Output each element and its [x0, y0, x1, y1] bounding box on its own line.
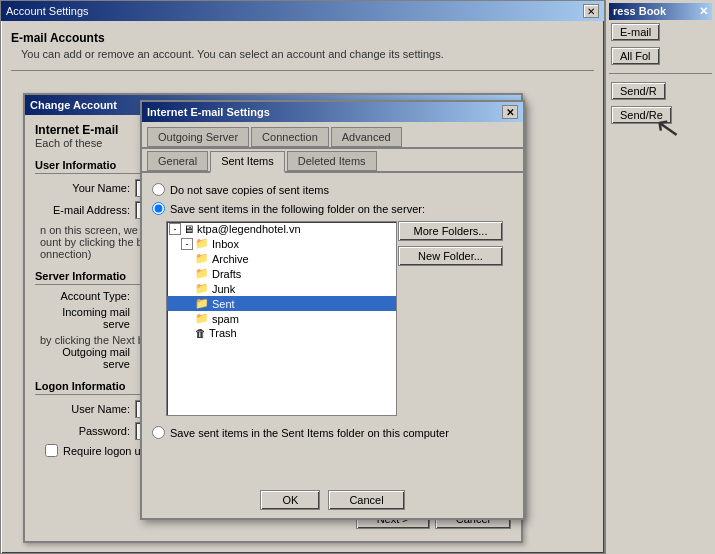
dialog-close-btn[interactable]: ✕: [502, 105, 518, 119]
tree-item-spam[interactable]: 📁 spam: [167, 311, 396, 326]
your-name-label: Your Name:: [35, 182, 135, 194]
tree-drafts-label: Drafts: [212, 268, 241, 280]
spam-icon: 📁: [195, 312, 209, 325]
address-book-title: ress Book: [613, 5, 666, 18]
tab-sent-items[interactable]: Sent Items: [210, 151, 285, 173]
account-settings-close-btn[interactable]: ✕: [583, 4, 599, 18]
tree-action-buttons: More Folders... New Folder...: [398, 221, 503, 266]
send-receive-button[interactable]: Send/R: [611, 82, 666, 100]
all-folders-button[interactable]: All Fol: [611, 47, 660, 65]
dialog-cancel-button[interactable]: Cancel: [328, 490, 404, 510]
account-settings-title-bar: Account Settings ✕: [1, 1, 604, 21]
expander-root[interactable]: -: [169, 223, 181, 235]
tree-item-drafts[interactable]: 📁 Drafts: [167, 266, 396, 281]
junk-icon: 📁: [195, 282, 209, 295]
tab-advanced[interactable]: Advanced: [331, 127, 402, 147]
tree-archive-label: Archive: [212, 253, 249, 265]
radio-do-not-save-label: Do not save copies of sent items: [170, 184, 329, 196]
dialog-title: Internet E-mail Settings: [147, 106, 270, 118]
sent-items-tab-content: Do not save copies of sent items Save se…: [142, 173, 523, 455]
folder-tree[interactable]: - 🖥 ktpa@legendhotel.vn - 📁 Inbox 📁 Arch…: [166, 221, 397, 416]
tab-deleted-items[interactable]: Deleted Items: [287, 151, 377, 171]
tree-item-root[interactable]: - 🖥 ktpa@legendhotel.vn: [167, 222, 396, 236]
dialog-title-bar: Internet E-mail Settings ✕: [142, 102, 523, 122]
more-folders-button[interactable]: More Folders...: [398, 221, 503, 241]
drafts-icon: 📁: [195, 267, 209, 280]
inbox-icon: 📁: [195, 237, 209, 250]
incoming-label: Incoming mail serve: [35, 306, 135, 330]
tab-connection[interactable]: Connection: [251, 127, 329, 147]
email-settings-dialog: Internet E-mail Settings ✕ Outgoing Serv…: [140, 100, 525, 520]
require-logon-checkbox[interactable]: [45, 444, 58, 457]
tree-root-label: ktpa@legendhotel.vn: [197, 223, 301, 235]
tree-item-junk[interactable]: 📁 Junk: [167, 281, 396, 296]
tab-general[interactable]: General: [147, 151, 208, 171]
tree-item-inbox[interactable]: - 📁 Inbox: [167, 236, 396, 251]
trash-icon: 🗑: [195, 327, 206, 339]
radio-do-not-save[interactable]: [152, 183, 165, 196]
email-button[interactable]: E-mail: [611, 23, 660, 41]
tree-item-trash[interactable]: 🗑 Trash: [167, 326, 396, 340]
email-accounts-title: E-mail Accounts: [11, 31, 594, 45]
outgoing-label: Outgoing mail serve: [35, 346, 135, 370]
expander-inbox[interactable]: -: [181, 238, 193, 250]
require-logon-label: Require logon u: [63, 445, 141, 457]
divider: [11, 70, 594, 71]
tree-junk-label: Junk: [212, 283, 235, 295]
username-label: User Name:: [35, 403, 135, 415]
radio-save-sent-label: Save sent items in the following folder …: [170, 203, 425, 215]
archive-icon: 📁: [195, 252, 209, 265]
new-folder-button[interactable]: New Folder...: [398, 246, 503, 266]
account-type-label: Account Type:: [35, 290, 135, 302]
right-panel-close[interactable]: ✕: [699, 5, 708, 18]
server-icon: 🖥: [183, 223, 194, 235]
tree-item-archive[interactable]: 📁 Archive: [167, 251, 396, 266]
radio-save-computer-label: Save sent items in the Sent Items folder…: [170, 427, 449, 439]
radio-save-sent[interactable]: [152, 202, 165, 215]
tree-spam-label: spam: [212, 313, 239, 325]
tree-inbox-label: Inbox: [212, 238, 239, 250]
sent-icon: 📁: [195, 297, 209, 310]
tab-bar-row1: Outgoing Server Connection Advanced: [142, 122, 523, 149]
email-address-label: E-mail Address:: [35, 204, 135, 216]
dialog-ok-button[interactable]: OK: [260, 490, 320, 510]
tree-trash-label: Trash: [209, 327, 237, 339]
tree-sent-label: Sent: [212, 298, 235, 310]
password-label: Password:: [35, 425, 135, 437]
dialog-bottom-buttons: OK Cancel: [142, 490, 523, 510]
account-settings-title: Account Settings: [6, 5, 89, 17]
tab-outgoing-server[interactable]: Outgoing Server: [147, 127, 249, 147]
right-panel: ress Book ✕ E-mail All Fol Send/R Send/R…: [605, 0, 715, 554]
email-accounts-desc: You can add or remove an account. You ca…: [21, 48, 594, 60]
radio-save-computer[interactable]: [152, 426, 165, 439]
right-panel-title: ress Book ✕: [609, 3, 712, 20]
tree-item-sent[interactable]: 📁 Sent: [167, 296, 396, 311]
